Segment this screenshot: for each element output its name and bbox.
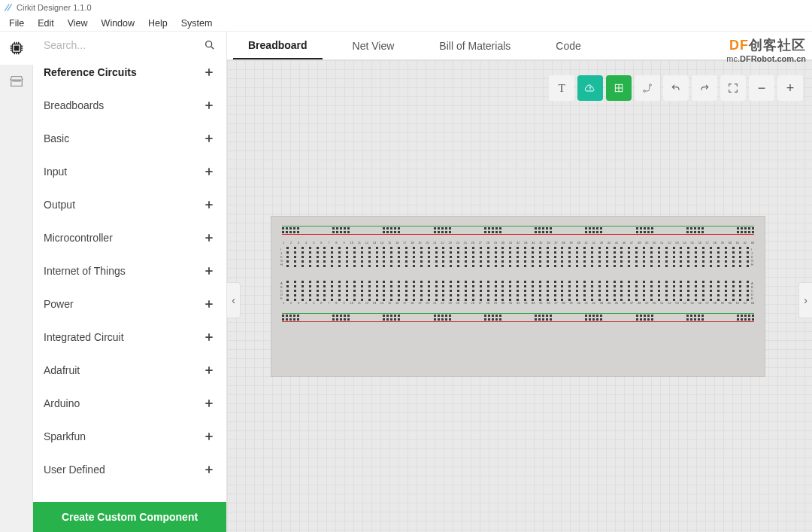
canvas[interactable]: T − + ‹ › 123456789101112131415161718192… (227, 60, 812, 532)
category-item[interactable]: Arduino (33, 387, 226, 420)
route-tool-button[interactable] (635, 75, 660, 101)
menu-system[interactable]: System (175, 17, 219, 30)
category-item[interactable]: User Defined (33, 453, 226, 486)
create-custom-component-button[interactable]: Create Custom Component (33, 502, 226, 532)
category-label: Arduino (44, 397, 80, 409)
redo-button[interactable] (692, 75, 717, 101)
search-input[interactable] (44, 39, 198, 51)
expand-icon (204, 100, 214, 111)
svg-point-2 (206, 41, 212, 47)
cloud-upload-button[interactable] (577, 75, 603, 101)
category-item[interactable]: Reference Circuits (33, 56, 226, 89)
category-label: Reference Circuits (44, 66, 137, 78)
search-container (33, 32, 226, 56)
text-icon: T (558, 82, 565, 95)
menu-edit[interactable]: Edit (32, 17, 60, 30)
svg-point-4 (644, 90, 646, 93)
power-rail (276, 307, 760, 328)
category-label: Breadboards (44, 99, 104, 111)
expand-icon (204, 199, 214, 210)
expand-icon (204, 266, 214, 276)
tab-code[interactable]: Code (541, 32, 595, 59)
search-icon (204, 39, 216, 51)
main-panel: DF创客社区 mc.DFRobot.com.cn BreadboardNet V… (227, 32, 812, 532)
canvas-toolbar: T − + (549, 75, 803, 101)
undo-icon (670, 82, 682, 94)
zoom-in-button[interactable]: + (777, 75, 803, 101)
category-item[interactable]: Sparkfun (33, 420, 226, 453)
tab-breadboard[interactable]: Breadboard (233, 32, 323, 59)
category-label: Adafruit (44, 364, 80, 376)
panel-right-toggle[interactable]: › (798, 282, 812, 318)
zoom-out-button[interactable]: − (749, 75, 774, 101)
app-title: Cirkit Designer 1.1.0 (17, 3, 92, 12)
left-icon-rail (0, 32, 33, 532)
expand-icon (204, 431, 214, 442)
chevron-right-icon: › (804, 294, 807, 306)
panel-left-toggle[interactable]: ‹ (227, 282, 241, 318)
menu-view[interactable]: View (62, 17, 94, 30)
expand-icon (204, 299, 214, 309)
tab-bar: BreadboardNet ViewBill of MaterialsCode (227, 32, 812, 60)
undo-button[interactable] (663, 75, 689, 101)
expand-icon (204, 464, 214, 475)
category-item[interactable]: Integrated Circuit (33, 321, 226, 354)
text-tool-button[interactable]: T (549, 75, 574, 101)
chip-icon (8, 40, 25, 56)
chevron-left-icon: ‹ (232, 294, 235, 306)
menu-file[interactable]: File (3, 17, 30, 30)
category-item[interactable]: Breadboards (33, 89, 226, 122)
title-bar: Cirkit Designer 1.1.0 (0, 0, 812, 15)
minus-icon: − (758, 81, 766, 96)
expand-icon (204, 365, 214, 375)
category-item[interactable]: Basic (33, 122, 226, 155)
tab-bill-of-materials[interactable]: Bill of Materials (424, 32, 526, 59)
category-item[interactable]: Output (33, 188, 226, 221)
expand-icon (204, 67, 214, 78)
svg-point-5 (650, 84, 652, 87)
fullscreen-button[interactable] (720, 75, 746, 101)
category-item[interactable]: Internet of Things (33, 254, 226, 287)
category-item[interactable]: Power (33, 287, 226, 321)
storefront-icon (8, 73, 25, 90)
menu-help[interactable]: Help (142, 17, 174, 30)
route-icon (641, 82, 653, 94)
plus-icon: + (786, 81, 795, 96)
category-label: Integrated Circuit (44, 331, 124, 343)
svg-rect-1 (14, 46, 19, 50)
expand-icon (204, 332, 214, 342)
category-label: Sparkfun (44, 430, 86, 442)
power-rail (276, 220, 760, 241)
grid-tool-button[interactable] (606, 75, 632, 101)
category-item[interactable]: Microcontroller (33, 221, 226, 254)
category-label: Power (44, 298, 74, 310)
breadboard-component[interactable]: 1234567891011121314151617181920212223242… (271, 216, 765, 377)
expand-icon (204, 133, 214, 144)
app-logo-icon (3, 2, 14, 13)
menu-window[interactable]: Window (95, 17, 141, 30)
category-item[interactable]: Adafruit (33, 354, 226, 387)
category-item[interactable]: Input (33, 155, 226, 188)
category-list: Reference CircuitsBreadboardsBasicInputO… (33, 56, 226, 496)
rail-components-button[interactable] (0, 32, 33, 65)
category-label: Input (44, 166, 67, 178)
grid-icon (613, 82, 625, 94)
sidebar: Reference CircuitsBreadboardsBasicInputO… (33, 32, 227, 532)
expand-icon (204, 233, 214, 243)
tab-net-view[interactable]: Net View (338, 32, 410, 59)
fullscreen-icon (727, 82, 739, 94)
category-label: Internet of Things (44, 265, 126, 277)
rail-store-button[interactable] (0, 65, 33, 98)
redo-icon (698, 82, 710, 94)
category-label: Microcontroller (44, 232, 113, 244)
category-label: User Defined (44, 464, 105, 476)
category-label: Output (44, 199, 75, 211)
expand-icon (204, 398, 214, 409)
expand-icon (204, 166, 214, 177)
category-label: Basic (44, 132, 69, 144)
cloud-upload-icon (584, 82, 596, 94)
menu-bar: FileEditViewWindowHelpSystem (0, 15, 812, 32)
